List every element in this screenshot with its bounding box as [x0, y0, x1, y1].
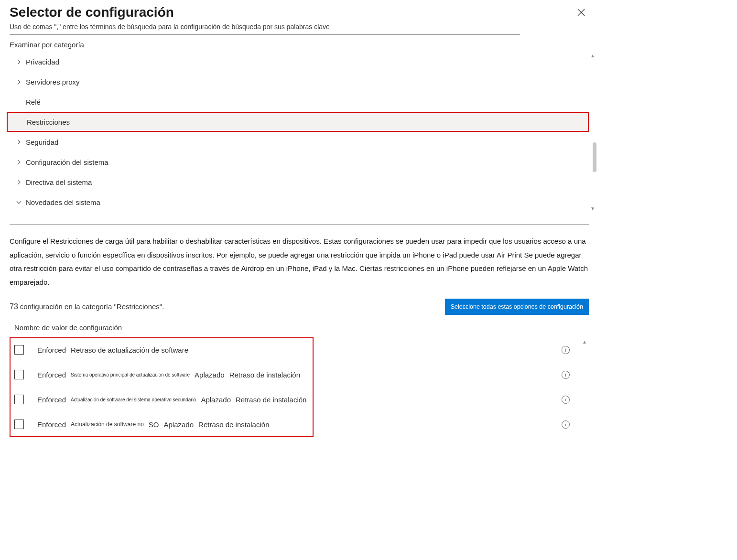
dialog-title: Selector de configuración: [10, 5, 174, 20]
checkbox[interactable]: [14, 345, 24, 355]
chevron-down-icon: [13, 200, 24, 205]
chevron-right-icon: [13, 59, 24, 65]
enforced-label: Enforced: [37, 396, 66, 404]
category-item[interactable]: Directiva del sistema: [10, 172, 589, 192]
setting-text: SO: [149, 420, 159, 429]
setting-text: Actualización de software no: [71, 421, 144, 428]
scroll-down-icon[interactable]: ▼: [589, 205, 596, 212]
setting-text: Retraso de instalación: [236, 396, 306, 404]
setting-text: Retraso de actualización de software: [71, 346, 188, 354]
enforced-label: Enforced: [37, 420, 66, 429]
chevron-right-icon: [13, 140, 24, 145]
info-icon[interactable]: i: [562, 396, 570, 404]
info-icon[interactable]: i: [562, 371, 570, 379]
checkbox[interactable]: [14, 420, 24, 429]
enforced-label: Enforced: [37, 371, 66, 379]
column-header: Nombre de valor de configuración: [0, 315, 598, 337]
category-item[interactable]: Restricciones: [7, 112, 589, 132]
category-label: Novedades del sistema: [24, 198, 100, 206]
category-label: Directiva del sistema: [24, 178, 92, 186]
category-item[interactable]: Privacidad: [10, 52, 589, 72]
select-all-button[interactable]: Seleccione todas estas opciones de confi…: [445, 299, 589, 315]
category-label: Restricciones: [14, 118, 70, 126]
category-label: Relé: [13, 98, 41, 106]
settings-list: ▲ EnforcedRetraso de actualización de so…: [0, 337, 598, 437]
category-item[interactable]: Configuración del sistema: [10, 152, 589, 172]
setting-text: Aplazado: [201, 396, 231, 404]
chevron-right-icon: [13, 160, 24, 165]
browse-by-category-label: Examinar por categoría: [0, 35, 598, 52]
setting-text: Retraso de instalación: [229, 371, 300, 379]
section-divider: [10, 225, 589, 225]
setting-text: Aplazado: [195, 371, 225, 379]
chevron-right-icon: [13, 79, 24, 85]
info-icon[interactable]: i: [562, 346, 570, 354]
category-list: PrivacidadServidores proxyReléRestriccio…: [0, 52, 598, 212]
close-icon: [577, 9, 585, 16]
category-label: Servidores proxy: [24, 78, 80, 86]
info-icon[interactable]: i: [562, 420, 570, 429]
category-item[interactable]: Novedades del sistema: [10, 192, 589, 212]
category-label: Seguridad: [24, 138, 58, 146]
category-label: Privacidad: [24, 58, 59, 66]
setting-text: Retraso de instalación: [198, 420, 269, 429]
setting-text: Aplazado: [164, 420, 194, 429]
scrollbar-thumb[interactable]: [593, 142, 596, 172]
category-description: Configure el Restricciones de carga útil…: [0, 230, 598, 294]
settings-count: 73 configuración en la categoría "Restri…: [10, 302, 164, 311]
category-item[interactable]: Seguridad: [10, 132, 589, 152]
dialog-subtitle: Uso de comas "," entre los términos de b…: [0, 21, 598, 34]
setting-row[interactable]: EnforcedSistema operativo principal de a…: [10, 362, 589, 387]
checkbox[interactable]: [14, 370, 24, 379]
setting-text: Sistema operativo principal de actualiza…: [71, 372, 190, 377]
setting-row[interactable]: EnforcedRetraso de actualización de soft…: [10, 337, 589, 362]
setting-row[interactable]: EnforcedActualización de software del si…: [10, 387, 589, 412]
category-label: Configuración del sistema: [24, 158, 108, 166]
enforced-label: Enforced: [37, 346, 66, 354]
category-item[interactable]: Servidores proxy: [10, 72, 589, 92]
category-item[interactable]: Relé: [10, 92, 589, 112]
setting-text: Actualización de software del sistema op…: [71, 397, 196, 402]
scroll-up-icon[interactable]: ▲: [589, 52, 596, 59]
checkbox[interactable]: [14, 395, 24, 404]
chevron-right-icon: [13, 180, 24, 185]
close-button[interactable]: [574, 5, 589, 21]
setting-row[interactable]: EnforcedActualización de software noSOAp…: [10, 412, 589, 437]
